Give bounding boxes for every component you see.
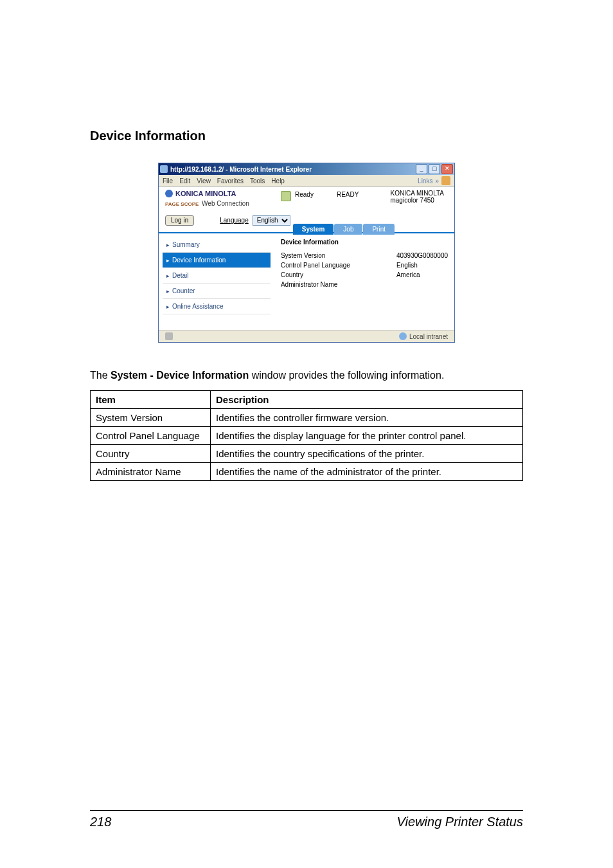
language-label: Language (220, 217, 249, 224)
pagescope-label: PAGE SCOPE Web Connection (165, 200, 281, 207)
menu-view[interactable]: View (197, 177, 211, 185)
brand-text: KONICA MINOLTA (175, 190, 236, 197)
zone-icon (399, 332, 407, 340)
window-titlebar: http://192.168.1.2/ - Microsoft Internet… (159, 163, 454, 175)
status-large: READY (337, 191, 359, 198)
menu-file[interactable]: File (163, 177, 173, 185)
nav-online-assistance[interactable]: Online Assistance (163, 299, 271, 314)
table-row: Administrator Name Identifies the name o… (91, 462, 523, 480)
menu-help[interactable]: Help (271, 177, 285, 185)
cell-item: Control Panel Language (91, 426, 211, 444)
col-item: Item (91, 390, 211, 408)
nav-device-information[interactable]: Device Information (163, 253, 271, 268)
footer-section: Viewing Printer Status (397, 815, 523, 829)
content-pane: Device Information System Version 403930… (274, 233, 454, 330)
row-country-value: America (396, 271, 420, 278)
zone-label: Local intranet (409, 333, 448, 340)
cell-desc: Identifies the country specifications of… (211, 444, 523, 462)
row-sysver-value: 403930G0080000 (396, 252, 448, 259)
row-country-label: Country (281, 271, 371, 278)
page-heading: Device Information (90, 129, 523, 143)
row-cpl-label: Control Panel Language (281, 262, 371, 269)
nav-counter[interactable]: Counter (163, 284, 271, 299)
login-button[interactable]: Log in (165, 215, 194, 226)
menu-tools[interactable]: Tools (250, 177, 265, 185)
side-nav: Summary Device Information Detail Counte… (159, 233, 274, 330)
cell-desc: Identifies the controller firmware versi… (211, 408, 523, 426)
page-number: 218 (90, 815, 111, 829)
row-admin-label: Administrator Name (281, 281, 371, 288)
cell-desc: Identifies the display language for the … (211, 426, 523, 444)
nav-summary[interactable]: Summary (163, 237, 271, 253)
cell-item: System Version (91, 408, 211, 426)
cell-item: Administrator Name (91, 462, 211, 480)
ie-window: http://192.168.1.2/ - Microsoft Internet… (158, 163, 455, 343)
maximize-button[interactable]: ▢ (429, 164, 440, 174)
brand-logo: KONICA MINOLTA (165, 190, 281, 197)
description-paragraph: The System - Device Information window p… (90, 368, 523, 383)
status-small: Ready (295, 191, 314, 198)
status-bar: Local intranet (159, 330, 454, 342)
nav-detail[interactable]: Detail (163, 268, 271, 284)
pagescope-prefix: PAGE SCOPE (165, 201, 199, 207)
cell-desc: Identifies the name of the administrator… (211, 462, 523, 480)
description-table: Item Description System Version Identifi… (90, 390, 523, 481)
menu-favorites[interactable]: Favorites (217, 177, 244, 185)
tab-print[interactable]: Print (363, 224, 395, 235)
tab-system[interactable]: System (293, 224, 334, 235)
menu-bar: File Edit View Favorites Tools Help Link… (159, 175, 454, 187)
flag-icon (441, 176, 450, 185)
links-label: Links (418, 177, 432, 185)
close-button[interactable]: ✕ (441, 164, 453, 174)
content-title: Device Information (281, 239, 448, 246)
table-row: Country Identifies the country specifica… (91, 444, 523, 462)
ie-icon (160, 165, 168, 173)
status-left-icon (165, 332, 173, 340)
logo-dot-icon (165, 190, 173, 197)
table-row: System Version Identifies the controller… (91, 408, 523, 426)
row-sysver-label: System Version (281, 252, 371, 259)
tab-job[interactable]: Job (334, 224, 362, 235)
menu-edit[interactable]: Edit (179, 177, 190, 185)
language-select[interactable]: English (253, 215, 290, 226)
minimize-button[interactable]: _ (416, 164, 427, 174)
page-footer: 218 Viewing Printer Status (90, 810, 523, 829)
row-cpl-value: English (396, 262, 418, 269)
model-name: magicolor 7450 (390, 197, 444, 204)
printer-icon (281, 191, 291, 201)
table-row: Control Panel Language Identifies the di… (91, 426, 523, 444)
window-title: http://192.168.1.2/ - Microsoft Internet… (170, 166, 416, 173)
col-description: Description (211, 390, 523, 408)
cell-item: Country (91, 444, 211, 462)
model-brand: KONICA MINOLTA (390, 190, 444, 197)
